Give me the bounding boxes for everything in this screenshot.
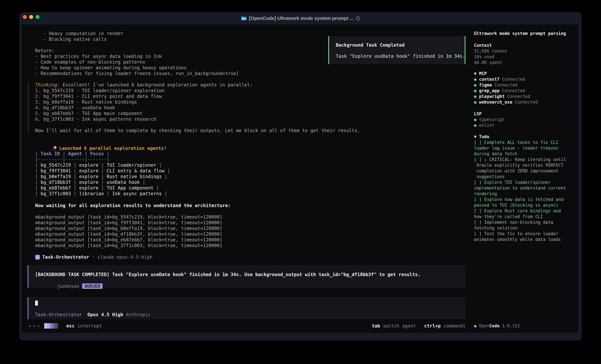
author-label: junhoyeo (57, 284, 79, 289)
terminal-line: | Task ID | Agent | Focus | (35, 151, 170, 157)
terminal-line: ● websearch_exa Connected (474, 99, 538, 105)
terminal-line: 3. bg_b0effa19 - Rust native bindings (35, 99, 360, 105)
notification-toast: Background Task Completed Task "Explore … (328, 36, 465, 64)
prompt-input[interactable]: Task-Orchestrator Opus 4.5 High Anthropi… (28, 297, 465, 319)
agent-signature-text: Task-Orchestrator · claude-opus-4-5-high (42, 254, 152, 260)
terminal-line: $0.00 spent (474, 60, 507, 65)
terminal-line: Now I'll wait for all of them to complet… (35, 128, 360, 134)
terminal-line: fetching solution (474, 225, 566, 231)
terminal-line: [ ] ⚠ CRITICAL: Keep iterating until (474, 157, 566, 163)
terminal-line: Task-Orchestrator · claude-opus-4-5-high (42, 254, 152, 260)
folder-icon (241, 16, 247, 21)
terminal-line: ⚙background_output [task_id=bg_37f1c003,… (35, 243, 222, 248)
terminal-line: - Heavy computation in render (35, 31, 239, 36)
terminal-line: | bg_df18bb3f | explore | useData hook | (35, 179, 170, 185)
close-button[interactable] (23, 15, 27, 19)
terminal-line: ● context7 Connected (474, 77, 538, 82)
completed-task-text: [BACKGROUND TASK COMPLETED] Task "Explor… (35, 272, 421, 278)
agents-table: | Task ID | Agent | Focus ||---------|--… (35, 151, 170, 197)
terminal-line: during data fetch (474, 151, 566, 157)
agent-icon (35, 255, 40, 260)
window-title-area: [OpenCode] Ultrawork mode system prompt … (19, 12, 582, 24)
terminal-line: 16% used (474, 54, 507, 60)
context-section: Context31,686 tokens16% used$0.00 spent (474, 43, 507, 65)
minimize-button[interactable] (29, 15, 33, 19)
terminal-line: | bg_f9ff3041 | explore | CLI entry & da… (35, 168, 170, 174)
terminal-line: how they're called from CLI (474, 214, 566, 220)
terminal-line: ▼ Todo (474, 134, 566, 140)
window-title: [OpenCode] Ultrawork mode system prompt … (249, 16, 354, 21)
terminal-line: - How to keep spinner animating during h… (35, 65, 239, 71)
terminal-line: Ultrawork mode system prompt parsing (474, 31, 566, 36)
terminal-line: animates smoothly while data loads (474, 237, 566, 242)
completed-task-meta: junhoyeoQUEUED (35, 278, 102, 283)
terminal-line: - Best practices for async data loading … (35, 54, 239, 59)
terminal-line: loader lag issue - loader freezes (474, 145, 566, 151)
terminal-line: passed to TUI (blocking vs async) (474, 202, 566, 208)
terminal-line: suggestions (474, 174, 566, 180)
terminal-line: [ ] Explore Rust core bindings and (474, 208, 566, 214)
terminal-line: [ ] Explore how data is fetched and (474, 197, 566, 202)
agent-signature: Task-Orchestrator · claude-opus-4-5-high (35, 254, 152, 260)
terminal: - Heavy computation in render - Blocking… (21, 24, 578, 333)
rocket-text: Launched 6 parallel exploration agents! (59, 146, 166, 151)
terminal-line: ● typescript (474, 117, 505, 123)
terminal-line: Now waiting for all exploration results … (35, 203, 230, 208)
terminal-line: [ ] Implement non-blocking data (474, 220, 566, 225)
tool-result-block: - Heavy computation in render - Blocking… (35, 31, 239, 76)
lsp-section: LSP● typescript● eslint (474, 111, 505, 128)
terminal-line: 6. bg_37f1c003 - Ink async patterns rese… (35, 116, 360, 122)
tool-call-lines: ⚙background_output [task_id=bg_5547c219,… (35, 214, 222, 248)
terminal-line: Context (474, 43, 507, 48)
maximize-button[interactable] (36, 15, 40, 19)
window-controls (23, 15, 40, 19)
sidebar: Ultrawork mode system prompt parsing Con… (474, 24, 572, 333)
terminal-line: ● eslint (474, 123, 505, 128)
todo-section[interactable]: ▼ Todo[ ] Complete ALL tasks to fix CLIl… (474, 134, 566, 242)
terminal-line: 1. bg_5547c219 - TUI loader/spinner expl… (35, 88, 360, 94)
terminal-line: [ ] Explore TUI loader/spinner (474, 180, 566, 185)
text-cursor (35, 301, 38, 306)
terminal-line: [ ] Complete ALL tasks to fix CLI (474, 140, 566, 145)
statusbar-right: tab switch agent ctrl+p commands (372, 323, 465, 329)
terminal-line: ⚙background_output [task_id=bg_eb87ebb7,… (35, 237, 222, 243)
version-line: ● OpenCode 1.0.152 (474, 323, 520, 329)
terminal-line: ⚙background_output [task_id=bg_df18bb3f,… (35, 231, 222, 237)
terminal-line: - Recommendations for fixing loader free… (35, 71, 239, 76)
terminal-line: Thinking: Excellent! I've launched 6 bac… (35, 82, 360, 88)
terminal-line: ● playwright Connected (474, 94, 538, 99)
terminal-line: |---------|-------|-------| (35, 157, 170, 162)
terminal-line: 5. bg_eb87ebb7 - TUI App main component (35, 111, 360, 116)
terminal-line: ⚙background_output [task_id=bg_5547c219,… (35, 214, 222, 220)
input-footer: Task-Orchestrator Opus 4.5 High Anthropi… (35, 312, 151, 317)
terminal-line (35, 122, 360, 128)
terminal-line: ● grep_app Connected (474, 88, 538, 94)
terminal-line: | bg_5547c219 | explore | TUI loader/spi… (35, 162, 170, 168)
terminal-line: ⚙background_output [task_id=bg_b0effa19,… (35, 226, 222, 231)
mcp-section[interactable]: ▼ MCP● context7 Connected● figma Connect… (474, 71, 538, 105)
proxy-circle-icon (356, 17, 360, 20)
terminal-line: Task-Orchestrator Opus 4.5 High Anthropi… (35, 312, 151, 317)
terminal-line: ● figma Connected (474, 82, 538, 88)
terminal-line: - Code examples of non-blocking patterns (35, 59, 239, 65)
terminal-line: Oracle explicitly verifies PERFECT (474, 163, 566, 168)
titlebar: [OpenCode] Ultrawork mode system prompt … (19, 12, 582, 24)
terminal-line: ▪ ▪ ▪ █████ esc interrupt (29, 323, 102, 329)
waiting-line: Now waiting for all exploration results … (35, 203, 230, 208)
notification-body: Task "Explore useData hook" finished in … (336, 53, 465, 59)
terminal-line: ⚙background_output [task_id=bg_f9ff3041,… (35, 220, 222, 226)
completed-task-card: [BACKGROUND TASK COMPLETED] Task "Explor… (28, 265, 465, 288)
terminal-line: 2. bg_f9ff3041 - CLI entry point and dat… (35, 94, 360, 99)
statusbar-left: ▪ ▪ ▪ █████ esc interrupt (29, 323, 102, 329)
thinking-block: Thinking: Excellent! I've launched 6 bac… (28, 82, 360, 134)
terminal-line: LSP (474, 111, 505, 117)
app-window: [OpenCode] Ultrawork mode system prompt … (19, 12, 582, 341)
terminal-line: completion with ZERO improvement (474, 168, 566, 174)
terminal-line: - Blocking native calls (35, 36, 239, 42)
terminal-line: 4. bg_df18bb3f - useData hook (35, 105, 360, 111)
terminal-line (35, 42, 239, 48)
terminal-line: | bg_eb87ebb7 | explore | TUI App compon… (35, 185, 170, 191)
terminal-line: implementation to understand current (474, 185, 566, 191)
terminal-line: | bg_b0effa19 | explore | Rust native bi… (35, 174, 170, 179)
terminal-line: Return: (35, 48, 239, 54)
